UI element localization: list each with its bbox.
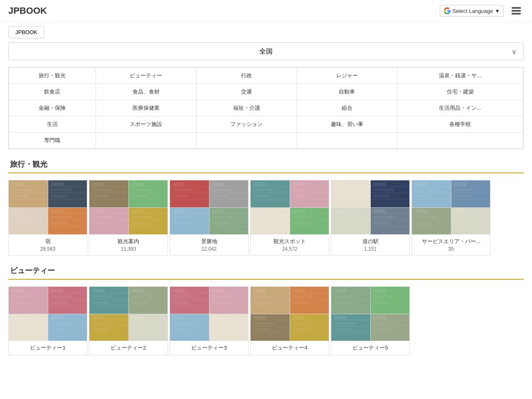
svg-rect-120 <box>334 189 355 191</box>
svg-rect-126 <box>373 182 386 186</box>
category-cell[interactable]: 食品、食材 <box>96 84 196 100</box>
category-cell[interactable]: 旅行・観光 <box>9 68 96 84</box>
svg-rect-198 <box>51 328 67 331</box>
thumb-cell <box>129 180 168 207</box>
card-grid-travel: 宿28,583 <box>0 180 532 266</box>
card-name: 観光スポット <box>254 238 325 245</box>
category-cell[interactable] <box>96 133 196 149</box>
category-cell[interactable]: 医療保健業 <box>96 100 196 116</box>
svg-rect-0 <box>512 7 521 9</box>
card-grid-beauty: ビューティー1 <box>0 286 532 365</box>
svg-rect-155 <box>454 189 475 191</box>
language-selector[interactable]: Select Language ▼ <box>440 5 504 17</box>
svg-rect-238 <box>212 289 224 292</box>
svg-rect-16 <box>51 195 67 197</box>
svg-rect-211 <box>131 295 152 298</box>
card-item[interactable]: ビューティー1 <box>8 286 87 355</box>
category-cell[interactable]: 飲食店 <box>9 84 96 100</box>
svg-rect-99 <box>293 189 313 191</box>
svg-rect-65 <box>173 195 190 197</box>
category-cell[interactable]: レジャー <box>297 68 397 84</box>
thumb-cell <box>209 180 249 207</box>
category-cell[interactable]: 専門職 <box>9 133 96 149</box>
category-cell[interactable]: 温泉・銭湯・サ... <box>397 68 523 84</box>
svg-rect-231 <box>173 289 185 292</box>
thumb-cell <box>89 314 128 341</box>
svg-rect-79 <box>173 222 190 224</box>
svg-rect-106 <box>254 216 274 218</box>
svg-rect-210 <box>131 289 144 292</box>
card-count: 24,572 <box>254 246 325 252</box>
list-view-button[interactable] <box>509 3 524 18</box>
card-name: サービスエリア・パー... <box>415 238 487 245</box>
card-item[interactable]: 景勝地12,042 <box>170 180 249 256</box>
category-cell[interactable]: 生活 <box>9 116 96 133</box>
svg-rect-72 <box>212 195 229 197</box>
card-item[interactable]: ビューティー2 <box>89 286 168 355</box>
category-cell[interactable]: 住宅・建築 <box>397 84 523 100</box>
svg-rect-42 <box>131 182 144 186</box>
region-select[interactable]: 全国北海道東北関東中部近畿中国四国九州・沖縄 <box>9 43 523 60</box>
category-cell[interactable]: 各種学校 <box>397 116 523 133</box>
card-item[interactable]: 観光案内11,393 <box>89 180 168 256</box>
svg-rect-105 <box>254 209 266 213</box>
svg-rect-43 <box>131 189 152 191</box>
thumb-cell <box>170 287 209 314</box>
svg-rect-51 <box>92 222 109 224</box>
card-info: サービスエリア・パー...35 <box>412 234 490 255</box>
category-cell[interactable]: ファッション <box>196 116 297 133</box>
card-thumbnail <box>331 287 409 341</box>
category-cell[interactable]: ビューティー <box>96 68 196 84</box>
card-count: 12,042 <box>173 246 245 252</box>
category-cell[interactable]: 自動車 <box>297 84 397 100</box>
category-cell[interactable]: 趣味、習い事 <box>297 116 397 133</box>
category-cell[interactable] <box>397 133 523 149</box>
category-cell[interactable] <box>297 133 397 149</box>
svg-rect-37 <box>92 195 109 197</box>
svg-rect-282 <box>293 328 309 331</box>
card-name: ビューティー4 <box>254 344 325 352</box>
svg-rect-260 <box>254 295 274 298</box>
card-name: 景勝地 <box>173 238 245 245</box>
category-cell[interactable] <box>196 133 297 149</box>
thumb-cell <box>331 208 370 235</box>
category-cell[interactable]: 行政 <box>196 68 297 84</box>
svg-rect-254 <box>212 328 229 331</box>
svg-rect-288 <box>334 295 355 298</box>
category-cell[interactable]: 生活用品・イン... <box>397 100 523 116</box>
card-item[interactable]: 道の駅1,151 <box>331 180 410 256</box>
card-item[interactable]: ビューティー4 <box>250 286 329 355</box>
card-item[interactable]: 観光スポット24,572 <box>250 180 329 256</box>
svg-rect-49 <box>92 209 105 213</box>
category-cell[interactable]: 金融・保険 <box>9 100 96 116</box>
card-item[interactable]: 宿28,583 <box>8 180 87 256</box>
svg-rect-156 <box>454 195 470 197</box>
svg-rect-275 <box>254 328 270 331</box>
category-cell[interactable]: 組合 <box>297 100 397 116</box>
svg-rect-239 <box>212 295 233 298</box>
card-info: 景勝地12,042 <box>170 234 248 255</box>
card-count: 35 <box>415 246 487 252</box>
card-item[interactable]: サービスエリア・パー...35 <box>411 180 490 256</box>
thumb-cell <box>331 287 370 314</box>
card-name: 宿 <box>12 238 84 245</box>
svg-rect-9 <box>12 195 28 197</box>
svg-rect-63 <box>173 182 185 186</box>
svg-rect-30 <box>51 222 67 224</box>
svg-rect-121 <box>334 195 351 197</box>
category-cell[interactable]: 福祉・介護 <box>196 100 297 116</box>
svg-rect-197 <box>51 322 71 325</box>
svg-rect-281 <box>293 322 313 325</box>
card-item[interactable]: ビューティー5 <box>331 286 410 355</box>
category-cell[interactable]: 交通 <box>196 84 297 100</box>
card-item[interactable]: ビューティー3 <box>170 286 249 355</box>
svg-rect-44 <box>131 195 148 197</box>
section-divider-travel <box>8 172 524 173</box>
section-travel: 旅行・観光 <box>0 159 532 169</box>
card-count: 11,393 <box>93 246 164 252</box>
thumb-cell <box>451 208 490 235</box>
svg-rect-127 <box>373 189 394 191</box>
breadcrumb-tab-jpbook[interactable]: JPBOOK <box>8 26 44 38</box>
svg-rect-226 <box>131 328 148 331</box>
category-cell[interactable]: スポーツ施設 <box>96 116 196 133</box>
